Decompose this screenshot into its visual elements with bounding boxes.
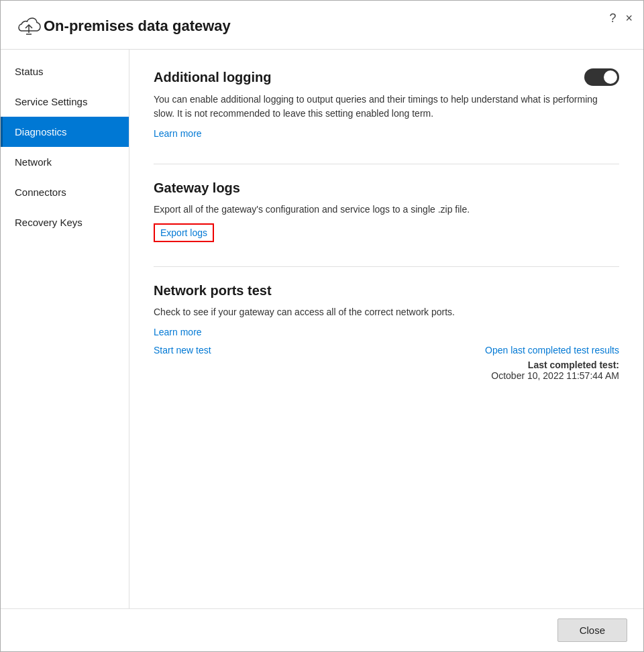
sidebar-item-status[interactable]: Status [1,56,129,87]
last-completed-value: October 10, 2022 11:57:44 AM [491,370,619,381]
sidebar-item-diagnostics[interactable]: Diagnostics [1,117,129,147]
additional-logging-toggle[interactable] [584,68,619,86]
title-bar: On-premises data gateway ? × [1,1,643,50]
close-window-button[interactable]: × [625,11,633,25]
divider-2 [154,266,619,267]
sidebar-item-connectors[interactable]: Connectors [1,177,129,207]
help-button[interactable]: ? [609,11,616,25]
network-ports-test-title: Network ports test [154,283,272,298]
last-completed-label: Last completed test: [528,360,619,370]
divider-1 [154,164,619,164]
close-button[interactable]: Close [557,618,627,642]
additional-logging-section: Additional logging You can enable additi… [154,68,619,140]
app-title: On-premises data gateway [44,17,231,35]
sidebar-item-service-settings[interactable]: Service Settings [1,87,129,117]
network-ports-test-header: Network ports test [154,283,619,298]
gateway-logs-header: Gateway logs [154,180,619,196]
additional-logging-desc: You can enable additional logging to out… [154,93,619,121]
sidebar-item-network[interactable]: Network [1,147,129,177]
app-icon [14,13,44,40]
window-controls: ? × [609,11,633,25]
start-new-test-link[interactable]: Start new test [154,345,211,356]
sidebar: Status Service Settings Diagnostics Netw… [1,50,129,608]
sidebar-item-recovery-keys[interactable]: Recovery Keys [1,207,129,237]
content-area: Status Service Settings Diagnostics Netw… [1,50,643,608]
network-ports-test-desc: Check to see if your gateway can access … [154,305,619,319]
footer: Close [1,608,643,651]
main-panel: Additional logging You can enable additi… [129,50,643,608]
open-last-results-link[interactable]: Open last completed test results [485,345,619,356]
gateway-logs-title: Gateway logs [154,180,240,196]
gateway-logs-section: Gateway logs Export all of the gateway's… [154,180,619,242]
network-test-links: Start new test Open last completed test … [154,345,619,356]
gateway-logs-desc: Export all of the gateway's configuratio… [154,203,619,217]
additional-logging-learn-more[interactable]: Learn more [154,128,202,139]
export-logs-button[interactable]: Export logs [154,223,214,242]
toggle-knob [604,70,617,84]
additional-logging-title: Additional logging [154,70,272,85]
additional-logging-header: Additional logging [154,68,619,86]
network-ports-learn-more[interactable]: Learn more [154,327,202,337]
main-window: On-premises data gateway ? × Status Serv… [0,0,644,652]
last-completed-info: Last completed test: October 10, 2022 11… [154,360,619,381]
network-ports-test-section: Network ports test Check to see if your … [154,283,619,381]
